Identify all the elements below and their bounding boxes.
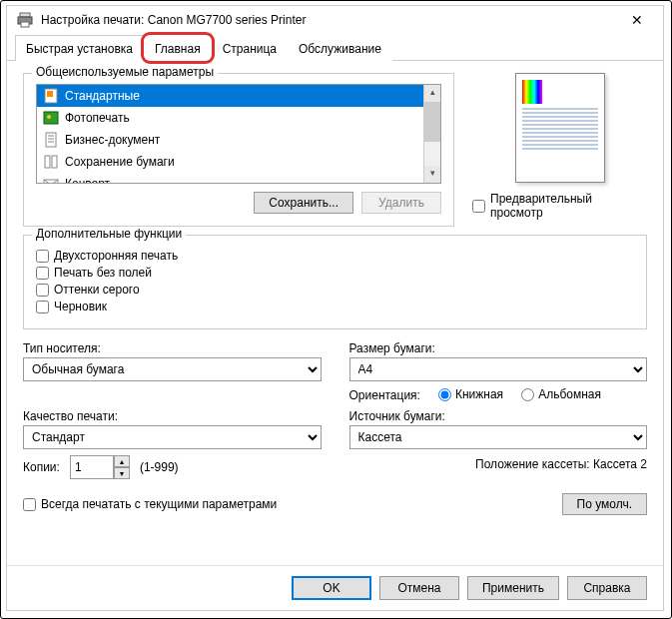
checkbox-label: Двухсторонняя печать [54,249,178,263]
preview-checkbox[interactable] [472,200,485,213]
titlebar: Настройка печати: Canon MG7700 series Pr… [7,6,663,34]
list-item-label: Конверт [65,177,110,184]
svg-rect-0 [20,13,30,17]
photo-icon [43,110,59,126]
list-item-label: Фотопечать [65,111,130,125]
preset-list[interactable]: Стандартные Фотопечать Бизнес-документ [36,84,441,184]
window-title: Настройка печати: Canon MG7700 series Pr… [41,13,613,27]
list-item[interactable]: Фотопечать [37,107,440,129]
svg-rect-5 [44,112,58,124]
print-setup-dialog: Настройка печати: Canon MG7700 series Pr… [6,5,664,611]
apply-button[interactable]: Применить [467,576,559,600]
delete-preset-button: Удалить [361,192,441,214]
tab-content: Общеиспользуемые параметры Стандартные Ф… [7,61,663,565]
quality-label: Качество печати: [23,409,322,423]
presets-label: Общеиспользуемые параметры [32,65,218,79]
copies-input[interactable] [70,455,114,479]
copies-down-button[interactable]: ▼ [114,467,130,479]
tab-quick-setup[interactable]: Быстрая установка [15,35,144,61]
borderless-checkbox[interactable] [36,267,49,280]
always-print-label: Всегда печатать с текущими параметрами [41,497,277,511]
orientation-landscape-radio[interactable] [521,388,534,401]
quality-select[interactable]: Стандарт [23,425,322,449]
radio-label: Альбомная [538,387,601,401]
paper-source-label: Источник бумаги: [349,409,648,423]
draft-checkbox[interactable] [36,301,49,313]
list-item-label: Стандартные [65,89,140,103]
dialog-button-bar: OK Отмена Применить Справка [7,565,663,610]
list-item[interactable]: Сохранение бумаги [37,151,440,173]
list-item[interactable]: Конверт [37,173,440,184]
checkbox-label: Печать без полей [54,266,152,280]
checkbox-label: Черновик [54,300,107,313]
envelope-icon [43,176,59,184]
page-preview [515,73,605,183]
doc-icon [43,88,59,104]
tab-page[interactable]: Страница [212,35,288,61]
business-doc-icon [43,132,59,148]
copies-range: (1-999) [140,460,179,474]
paper-size-select[interactable]: A4 [349,357,648,381]
scroll-thumb[interactable] [424,102,440,142]
scroll-down-button[interactable]: ▾ [424,166,440,183]
save-preset-button[interactable]: Сохранить... [254,192,353,214]
svg-point-6 [47,115,51,119]
orientation-label: Ориентация: [349,388,420,402]
close-button[interactable]: ✕ [621,12,653,28]
additional-functions-fieldset: Дополнительные функции Двухсторонняя печ… [23,235,647,329]
svg-rect-11 [45,156,50,168]
printer-icon [17,12,33,28]
defaults-button[interactable]: По умолч. [562,493,647,515]
ok-button[interactable]: OK [292,576,371,600]
save-paper-icon [43,154,59,170]
preview-checkbox-label: Предварительный просмотр [490,192,647,220]
list-item[interactable]: Бизнес-документ [37,129,440,151]
paper-size-label: Размер бумаги: [349,341,648,355]
cassette-position-text: Положение кассеты: Кассета 2 [349,457,648,479]
scrollbar[interactable]: ▴ ▾ [423,85,440,183]
radio-label: Книжная [455,387,503,401]
copies-label: Копии: [23,460,60,474]
orientation-portrait-radio[interactable] [438,388,451,401]
color-swatch-icon [522,80,542,104]
svg-rect-12 [52,156,57,168]
always-print-checkbox[interactable] [23,498,36,511]
svg-rect-4 [47,91,53,97]
help-button[interactable]: Справка [567,576,647,600]
checkbox-label: Оттенки серого [54,283,140,297]
paper-source-select[interactable]: Кассета [349,425,648,449]
svg-rect-7 [46,133,56,147]
grayscale-checkbox[interactable] [36,284,49,297]
media-type-label: Тип носителя: [23,341,322,355]
duplex-checkbox[interactable] [36,250,49,263]
media-type-select[interactable]: Обычная бумага [23,357,322,381]
presets-fieldset: Общеиспользуемые параметры Стандартные Ф… [23,73,454,227]
list-item-label: Бизнес-документ [65,133,160,147]
svg-rect-2 [21,22,29,27]
tab-main[interactable]: Главная [144,35,212,61]
copies-up-button[interactable]: ▲ [114,455,130,467]
additional-functions-label: Дополнительные функции [32,227,186,241]
scroll-up-button[interactable]: ▴ [424,85,440,102]
tabs-bar: Быстрая установка Главная Страница Обслу… [7,34,663,61]
cancel-button[interactable]: Отмена [379,576,459,600]
list-item[interactable]: Стандартные [37,85,440,107]
tab-maintenance[interactable]: Обслуживание [288,35,392,61]
list-item-label: Сохранение бумаги [65,155,175,169]
screenshot-frame: Настройка печати: Canon MG7700 series Pr… [0,0,672,619]
